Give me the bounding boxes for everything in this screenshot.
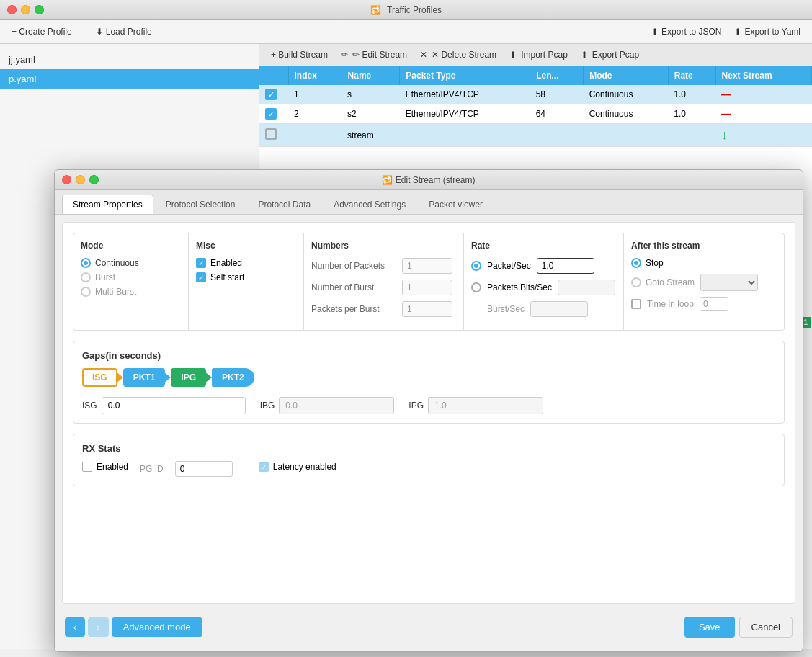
time-loop-checkbox[interactable] <box>631 299 641 309</box>
pkt1-box: PKT1 <box>123 368 166 387</box>
rx-enabled[interactable]: Enabled <box>82 462 128 472</box>
minimize-button[interactable] <box>21 5 30 14</box>
misc-section: Misc ✓ Enabled ✓ Self start <box>189 233 304 330</box>
rx-stats-row: Enabled PG ID ✓ Latency enabled <box>82 461 775 477</box>
main-title-bar: 🔁 Traffic Profiles <box>0 0 812 20</box>
mode-continuous[interactable]: Continuous <box>81 258 181 268</box>
checkbox-icon: ✓ <box>265 89 277 100</box>
ibg-input[interactable] <box>279 397 394 414</box>
mode-multi-burst[interactable]: Multi-Burst <box>81 287 181 297</box>
ipg-input[interactable] <box>428 397 543 414</box>
col-name: Name <box>342 66 400 85</box>
export-json-button[interactable]: ⬆ Export to JSON <box>647 24 726 39</box>
dialog-icon: 🔁 <box>382 175 395 185</box>
dialog-minimize-button[interactable] <box>76 175 85 184</box>
remove-icon[interactable]: — <box>721 89 731 100</box>
row-next: ↓ <box>715 124 811 147</box>
rate-bits-sec-label: Packets Bits/Sec <box>487 282 552 292</box>
table-row[interactable]: ✓ 2 s2 Ethernet/IPV4/TCP 64 Continuous 1… <box>259 104 812 124</box>
packets-per-burst-row: Packets per Burst <box>311 301 456 317</box>
after-goto[interactable]: Goto Stream <box>631 277 695 287</box>
row-check[interactable]: ✓ <box>259 85 288 104</box>
after-stop[interactable]: Stop <box>631 258 664 268</box>
number-burst-label: Number of Burst <box>311 282 398 292</box>
maximize-button[interactable] <box>35 5 44 14</box>
rate-value-input[interactable] <box>537 258 594 274</box>
latency-enabled[interactable]: ✓ Latency enabled <box>259 462 336 472</box>
after-stop-row: Stop <box>631 258 777 268</box>
after-stop-label: Stop <box>646 258 664 268</box>
goto-stream-select[interactable] <box>700 274 758 291</box>
tab-stream-properties[interactable]: Stream Properties <box>62 195 153 214</box>
row-name: stream <box>342 124 400 147</box>
save-button[interactable]: Save <box>684 617 735 638</box>
time-in-loop-input[interactable] <box>700 297 728 311</box>
radio-packet-sec-icon <box>471 261 481 271</box>
export-yaml-button[interactable]: ⬆ Export to Yaml <box>730 24 805 39</box>
misc-enabled[interactable]: ✓ Enabled <box>196 258 296 268</box>
row-packet-type <box>400 124 530 147</box>
tab-packet-viewer[interactable]: Packet viewer <box>418 195 494 214</box>
cancel-button[interactable]: Cancel <box>739 617 793 638</box>
ipg-arrow <box>205 372 212 383</box>
mode-title: Mode <box>81 241 181 251</box>
advanced-mode-button[interactable]: Advanced mode <box>112 617 202 637</box>
gaps-section: Gaps(in seconds) ISG PKT1 IPG PKT2 <box>73 341 785 424</box>
delete-stream-button[interactable]: ✕ ✕ Delete Stream <box>414 48 502 62</box>
pipeline-ipg: IPG <box>171 368 212 387</box>
build-stream-button[interactable]: + Build Stream <box>265 48 334 62</box>
radio-continuous-icon <box>81 258 91 268</box>
dialog-maximize-button[interactable] <box>89 175 99 184</box>
rate-burst-sec-row: Burst/Sec <box>471 301 616 317</box>
pkt2-box: PKT2 <box>212 368 254 387</box>
load-profile-button[interactable]: ⬇ Load Profile <box>92 24 156 39</box>
row-mode: Continuous <box>584 85 669 104</box>
tab-protocol-data[interactable]: Protocol Data <box>247 195 321 214</box>
radio-goto-icon <box>631 277 641 287</box>
rx-enabled-label: Enabled <box>97 462 128 472</box>
add-icon[interactable]: ↓ <box>721 128 728 142</box>
rate-bits-input[interactable] <box>558 280 615 295</box>
isg-box: ISG <box>82 368 117 387</box>
export-icon: ⬆ <box>581 50 588 60</box>
mode-burst[interactable]: Burst <box>81 272 181 282</box>
close-button[interactable] <box>7 5 17 14</box>
rate-packet-sec[interactable] <box>471 261 481 271</box>
remove-icon[interactable]: — <box>721 108 731 120</box>
isg-input[interactable] <box>102 397 246 414</box>
ibg-field: IBG <box>260 397 395 414</box>
row-check[interactable]: ✓ <box>259 104 288 124</box>
rate-burst-input[interactable] <box>530 301 588 317</box>
tab-advanced-settings[interactable]: Advanced Settings <box>323 195 416 214</box>
sidebar-item-jj[interactable]: jj.yaml <box>0 50 259 69</box>
packets-per-burst-input[interactable] <box>402 301 452 317</box>
table-header-row: Index Name Packet Type Len... Mode Rate … <box>259 66 812 85</box>
edit-stream-button[interactable]: ✏ ✏ Edit Stream <box>335 48 413 62</box>
after-goto-row: Goto Stream <box>631 274 777 291</box>
row-len <box>530 124 584 147</box>
number-packets-label: Number of Packets <box>311 261 398 271</box>
row-check[interactable] <box>259 124 288 147</box>
table-row[interactable]: ✓ 1 s Ethernet/IPV4/TCP 58 Continuous 1.… <box>259 85 812 104</box>
create-profile-button[interactable]: + Create Profile <box>7 24 76 39</box>
export-pcap-button[interactable]: ⬆ Export Pcap <box>575 48 645 62</box>
pg-id-label: PG ID <box>140 464 164 474</box>
tab-protocol-selection[interactable]: Protocol Selection <box>155 195 246 214</box>
import-pcap-button[interactable]: ⬆ Import Pcap <box>504 48 574 62</box>
prev-button[interactable]: ‹ <box>65 617 85 637</box>
mode-multi-burst-label: Multi-Burst <box>95 287 136 297</box>
col-len: Len... <box>530 66 584 85</box>
mode-burst-label: Burst <box>95 272 115 282</box>
next-button[interactable]: › <box>88 617 108 637</box>
dialog-close-button[interactable] <box>62 175 71 184</box>
after-stream-title: After this stream <box>631 241 777 251</box>
misc-self-start[interactable]: ✓ Self start <box>196 272 296 282</box>
rate-bits-sec[interactable] <box>471 282 481 292</box>
checkbox-icon: ✓ <box>265 108 277 120</box>
sidebar-item-p[interactable]: p.yaml <box>0 69 259 89</box>
pg-id-input[interactable] <box>175 461 233 477</box>
table-row[interactable]: stream ↓ <box>259 124 812 147</box>
number-packets-input[interactable] <box>402 258 452 274</box>
number-burst-input[interactable] <box>402 280 452 295</box>
checkbox-empty-icon <box>265 128 277 140</box>
